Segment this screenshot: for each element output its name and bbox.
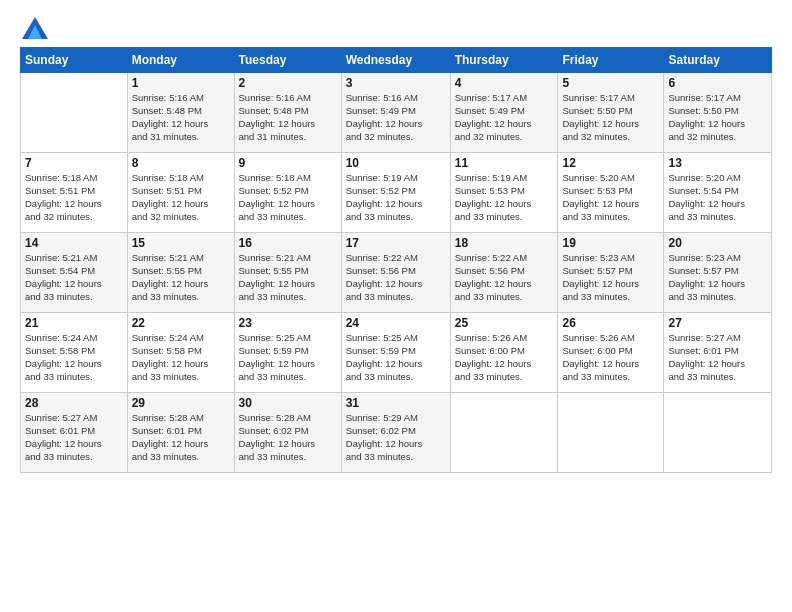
calendar-cell: 8Sunrise: 5:18 AMSunset: 5:51 PMDaylight… (127, 153, 234, 233)
calendar-cell: 11Sunrise: 5:19 AMSunset: 5:53 PMDayligh… (450, 153, 558, 233)
day-info: Sunrise: 5:21 AMSunset: 5:54 PMDaylight:… (25, 252, 123, 303)
calendar-cell: 28Sunrise: 5:27 AMSunset: 6:01 PMDayligh… (21, 393, 128, 473)
day-info: Sunrise: 5:16 AMSunset: 5:48 PMDaylight:… (132, 92, 230, 143)
day-number: 19 (562, 236, 659, 250)
calendar-cell: 1Sunrise: 5:16 AMSunset: 5:48 PMDaylight… (127, 73, 234, 153)
calendar-cell (450, 393, 558, 473)
calendar-cell: 31Sunrise: 5:29 AMSunset: 6:02 PMDayligh… (341, 393, 450, 473)
day-number: 1 (132, 76, 230, 90)
day-number: 23 (239, 316, 337, 330)
calendar-cell: 14Sunrise: 5:21 AMSunset: 5:54 PMDayligh… (21, 233, 128, 313)
calendar-week-4: 21Sunrise: 5:24 AMSunset: 5:58 PMDayligh… (21, 313, 772, 393)
day-number: 27 (668, 316, 767, 330)
weekday-header-wednesday: Wednesday (341, 48, 450, 73)
weekday-header-tuesday: Tuesday (234, 48, 341, 73)
day-info: Sunrise: 5:20 AMSunset: 5:53 PMDaylight:… (562, 172, 659, 223)
weekday-header-row: SundayMondayTuesdayWednesdayThursdayFrid… (21, 48, 772, 73)
day-info: Sunrise: 5:16 AMSunset: 5:48 PMDaylight:… (239, 92, 337, 143)
calendar-week-3: 14Sunrise: 5:21 AMSunset: 5:54 PMDayligh… (21, 233, 772, 313)
day-info: Sunrise: 5:17 AMSunset: 5:50 PMDaylight:… (562, 92, 659, 143)
day-info: Sunrise: 5:16 AMSunset: 5:49 PMDaylight:… (346, 92, 446, 143)
day-number: 15 (132, 236, 230, 250)
calendar-cell: 20Sunrise: 5:23 AMSunset: 5:57 PMDayligh… (664, 233, 772, 313)
day-number: 26 (562, 316, 659, 330)
day-info: Sunrise: 5:28 AMSunset: 6:01 PMDaylight:… (132, 412, 230, 463)
calendar-cell: 13Sunrise: 5:20 AMSunset: 5:54 PMDayligh… (664, 153, 772, 233)
calendar-table: SundayMondayTuesdayWednesdayThursdayFrid… (20, 47, 772, 473)
day-number: 14 (25, 236, 123, 250)
page-container: SundayMondayTuesdayWednesdayThursdayFrid… (0, 0, 792, 612)
day-number: 7 (25, 156, 123, 170)
day-number: 20 (668, 236, 767, 250)
day-info: Sunrise: 5:20 AMSunset: 5:54 PMDaylight:… (668, 172, 767, 223)
calendar-week-5: 28Sunrise: 5:27 AMSunset: 6:01 PMDayligh… (21, 393, 772, 473)
day-info: Sunrise: 5:25 AMSunset: 5:59 PMDaylight:… (346, 332, 446, 383)
day-number: 4 (455, 76, 554, 90)
calendar-cell: 7Sunrise: 5:18 AMSunset: 5:51 PMDaylight… (21, 153, 128, 233)
calendar-cell: 19Sunrise: 5:23 AMSunset: 5:57 PMDayligh… (558, 233, 664, 313)
day-info: Sunrise: 5:26 AMSunset: 6:00 PMDaylight:… (455, 332, 554, 383)
calendar-cell: 2Sunrise: 5:16 AMSunset: 5:48 PMDaylight… (234, 73, 341, 153)
day-info: Sunrise: 5:26 AMSunset: 6:00 PMDaylight:… (562, 332, 659, 383)
day-info: Sunrise: 5:21 AMSunset: 5:55 PMDaylight:… (132, 252, 230, 303)
day-info: Sunrise: 5:22 AMSunset: 5:56 PMDaylight:… (346, 252, 446, 303)
calendar-cell: 15Sunrise: 5:21 AMSunset: 5:55 PMDayligh… (127, 233, 234, 313)
logo-icon (22, 17, 48, 39)
calendar-cell: 3Sunrise: 5:16 AMSunset: 5:49 PMDaylight… (341, 73, 450, 153)
day-info: Sunrise: 5:21 AMSunset: 5:55 PMDaylight:… (239, 252, 337, 303)
calendar-cell: 30Sunrise: 5:28 AMSunset: 6:02 PMDayligh… (234, 393, 341, 473)
weekday-header-monday: Monday (127, 48, 234, 73)
calendar-cell: 10Sunrise: 5:19 AMSunset: 5:52 PMDayligh… (341, 153, 450, 233)
day-number: 25 (455, 316, 554, 330)
day-number: 24 (346, 316, 446, 330)
calendar-cell: 4Sunrise: 5:17 AMSunset: 5:49 PMDaylight… (450, 73, 558, 153)
day-info: Sunrise: 5:19 AMSunset: 5:53 PMDaylight:… (455, 172, 554, 223)
calendar-cell: 12Sunrise: 5:20 AMSunset: 5:53 PMDayligh… (558, 153, 664, 233)
day-number: 16 (239, 236, 337, 250)
calendar-cell: 21Sunrise: 5:24 AMSunset: 5:58 PMDayligh… (21, 313, 128, 393)
day-number: 10 (346, 156, 446, 170)
calendar-cell: 26Sunrise: 5:26 AMSunset: 6:00 PMDayligh… (558, 313, 664, 393)
day-number: 3 (346, 76, 446, 90)
calendar-cell: 25Sunrise: 5:26 AMSunset: 6:00 PMDayligh… (450, 313, 558, 393)
calendar-cell: 17Sunrise: 5:22 AMSunset: 5:56 PMDayligh… (341, 233, 450, 313)
calendar-cell: 5Sunrise: 5:17 AMSunset: 5:50 PMDaylight… (558, 73, 664, 153)
calendar-cell: 27Sunrise: 5:27 AMSunset: 6:01 PMDayligh… (664, 313, 772, 393)
day-number: 29 (132, 396, 230, 410)
calendar-week-2: 7Sunrise: 5:18 AMSunset: 5:51 PMDaylight… (21, 153, 772, 233)
header (20, 15, 772, 37)
day-info: Sunrise: 5:27 AMSunset: 6:01 PMDaylight:… (25, 412, 123, 463)
calendar-cell: 16Sunrise: 5:21 AMSunset: 5:55 PMDayligh… (234, 233, 341, 313)
day-number: 31 (346, 396, 446, 410)
calendar-cell: 22Sunrise: 5:24 AMSunset: 5:58 PMDayligh… (127, 313, 234, 393)
weekday-header-friday: Friday (558, 48, 664, 73)
day-number: 5 (562, 76, 659, 90)
calendar-cell: 23Sunrise: 5:25 AMSunset: 5:59 PMDayligh… (234, 313, 341, 393)
day-info: Sunrise: 5:23 AMSunset: 5:57 PMDaylight:… (668, 252, 767, 303)
day-number: 30 (239, 396, 337, 410)
calendar-cell: 29Sunrise: 5:28 AMSunset: 6:01 PMDayligh… (127, 393, 234, 473)
calendar-cell (21, 73, 128, 153)
weekday-header-sunday: Sunday (21, 48, 128, 73)
weekday-header-saturday: Saturday (664, 48, 772, 73)
calendar-cell: 18Sunrise: 5:22 AMSunset: 5:56 PMDayligh… (450, 233, 558, 313)
day-info: Sunrise: 5:18 AMSunset: 5:51 PMDaylight:… (132, 172, 230, 223)
day-number: 6 (668, 76, 767, 90)
weekday-header-thursday: Thursday (450, 48, 558, 73)
day-number: 11 (455, 156, 554, 170)
day-info: Sunrise: 5:17 AMSunset: 5:49 PMDaylight:… (455, 92, 554, 143)
day-number: 21 (25, 316, 123, 330)
day-info: Sunrise: 5:24 AMSunset: 5:58 PMDaylight:… (132, 332, 230, 383)
calendar-cell: 24Sunrise: 5:25 AMSunset: 5:59 PMDayligh… (341, 313, 450, 393)
calendar-cell (558, 393, 664, 473)
day-info: Sunrise: 5:29 AMSunset: 6:02 PMDaylight:… (346, 412, 446, 463)
calendar-week-1: 1Sunrise: 5:16 AMSunset: 5:48 PMDaylight… (21, 73, 772, 153)
day-number: 17 (346, 236, 446, 250)
day-number: 12 (562, 156, 659, 170)
day-number: 13 (668, 156, 767, 170)
day-number: 22 (132, 316, 230, 330)
day-info: Sunrise: 5:27 AMSunset: 6:01 PMDaylight:… (668, 332, 767, 383)
day-info: Sunrise: 5:18 AMSunset: 5:52 PMDaylight:… (239, 172, 337, 223)
day-info: Sunrise: 5:22 AMSunset: 5:56 PMDaylight:… (455, 252, 554, 303)
day-number: 9 (239, 156, 337, 170)
